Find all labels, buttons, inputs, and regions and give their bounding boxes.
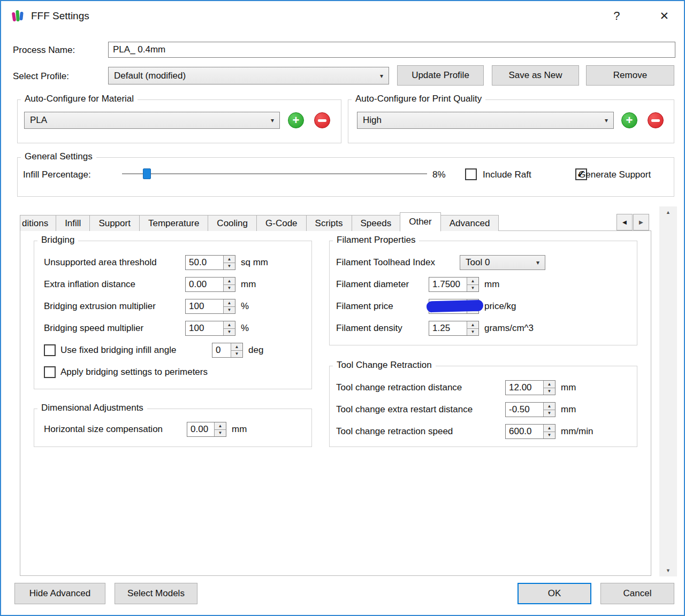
cancel-button[interactable]: Cancel <box>600 583 674 604</box>
spinner-value[interactable]: 1.7500 <box>429 278 467 291</box>
filament-diameter-spinner[interactable]: 1.7500 ▲▼ <box>429 277 479 292</box>
spinner-value[interactable]: -0.50 <box>506 403 543 417</box>
filament-toolhead-dropdown[interactable]: Tool 0 ▾ <box>460 255 545 270</box>
quality-dropdown[interactable]: High ▾ <box>357 112 614 129</box>
tab-advanced[interactable]: Advanced <box>440 215 499 231</box>
spinner-arrows[interactable]: ▲▼ <box>543 381 555 395</box>
spinner-arrows[interactable]: ▲▼ <box>231 343 242 357</box>
horizontal-size-compensation-spinner[interactable]: 0.00 ▲▼ <box>187 422 226 437</box>
dimensional-adjustments-group: Dimensional Adjustments Horizontal size … <box>34 409 312 447</box>
apply-bridging-perimeters-checkbox[interactable] <box>44 366 56 378</box>
spinner-arrows[interactable]: ▲▼ <box>467 278 478 291</box>
spinner-value[interactable]: 600.0 <box>506 425 543 438</box>
setting-row: Filament density 1.25 ▲▼ grams/cm^3 <box>336 321 637 336</box>
spinner-value[interactable]: 50.0 <box>186 256 223 270</box>
horizontal-size-compensation-label: Horizontal size compensation <box>44 424 187 435</box>
remove-button[interactable]: Remove <box>586 65 674 86</box>
spinner-value[interactable]: 100 <box>186 299 223 313</box>
fixed-bridging-angle-spinner[interactable]: 0 ▲▼ <box>212 343 243 358</box>
chevron-down-icon: ▾ <box>536 259 539 266</box>
remove-material-button[interactable] <box>314 112 330 128</box>
select-models-button[interactable]: Select Models <box>115 583 197 604</box>
tab-scroll-right-button[interactable]: ► <box>633 214 649 230</box>
filament-price-spinner[interactable]: ▲▼ <box>429 299 479 314</box>
tab-scroll-left-button[interactable]: ◄ <box>616 214 633 230</box>
spinner-value[interactable]: 12.00 <box>506 381 543 395</box>
spinner-down-icon: ▼ <box>467 328 478 336</box>
spinner-value[interactable]: 0.00 <box>186 278 223 291</box>
tab-scripts[interactable]: Scripts <box>306 215 352 231</box>
spinner-up-icon: ▲ <box>224 321 235 328</box>
tool-change-retraction-speed-spinner[interactable]: 600.0 ▲▼ <box>505 424 555 439</box>
spinner-up-icon: ▲ <box>544 403 555 410</box>
spinner-up-icon: ▲ <box>231 343 242 350</box>
spinner-down-icon: ▼ <box>544 410 555 417</box>
material-dropdown[interactable]: PLA ▾ <box>24 112 280 129</box>
filament-diameter-label: Filament diameter <box>336 279 429 290</box>
include-raft-checkbox[interactable] <box>465 168 477 180</box>
spinner-up-icon: ▲ <box>224 299 235 306</box>
save-as-new-button[interactable]: Save as New <box>492 65 579 86</box>
tool-change-extra-restart-distance-spinner[interactable]: -0.50 ▲▼ <box>505 402 555 417</box>
profile-dropdown[interactable]: Default (modified) ▾ <box>108 67 389 84</box>
infill-percentage-slider[interactable] <box>122 168 427 180</box>
spinner-arrows[interactable]: ▲▼ <box>223 299 235 313</box>
spinner-arrows[interactable]: ▲▼ <box>223 321 235 335</box>
tab-cooling[interactable]: Cooling <box>208 215 257 231</box>
unsupported-area-threshold-spinner[interactable]: 50.0 ▲▼ <box>185 255 235 270</box>
extra-inflation-distance-spinner[interactable]: 0.00 ▲▼ <box>185 277 235 292</box>
process-name-input[interactable] <box>108 42 675 58</box>
close-button[interactable]: ✕ <box>654 10 674 22</box>
bridging-speed-multiplier-spinner[interactable]: 100 ▲▼ <box>185 321 235 336</box>
spinner-arrows[interactable]: ▲▼ <box>467 321 478 335</box>
spinner-arrows[interactable]: ▲▼ <box>223 256 235 270</box>
setting-row: Extra inflation distance 0.00 ▲▼ mm <box>44 277 311 292</box>
infill-percentage-value: 8% <box>432 170 446 180</box>
tab-speeds[interactable]: Speeds <box>352 215 401 231</box>
tab-additions[interactable]: ditions <box>20 215 56 231</box>
spinner-arrows[interactable]: ▲▼ <box>214 422 226 436</box>
ok-button[interactable]: OK <box>517 583 591 604</box>
slider-track[interactable] <box>122 173 427 174</box>
vertical-scrollbar[interactable]: ▲ ▼ <box>659 206 677 576</box>
spinner-value[interactable]: 1.25 <box>429 321 467 335</box>
fixed-bridging-angle-checkbox[interactable] <box>44 344 56 356</box>
spinner-arrows[interactable]: ▲▼ <box>223 278 235 291</box>
spinner-value[interactable]: 0 <box>212 343 231 357</box>
tab-infill[interactable]: Infill <box>56 215 90 231</box>
general-settings-group: General Settings Infill Percentage: 8% I… <box>17 157 674 197</box>
infill-slider-thumb[interactable] <box>143 168 151 179</box>
spinner-arrows[interactable]: ▲▼ <box>543 403 555 417</box>
tab-temperature[interactable]: Temperature <box>139 215 208 231</box>
settings-tabbar: ditions Infill Support Temperature Cooli… <box>20 212 651 231</box>
hide-advanced-button[interactable]: Hide Advanced <box>14 583 105 604</box>
tool-change-retraction-distance-spinner[interactable]: 12.00 ▲▼ <box>505 380 555 395</box>
bridging-speed-multiplier-label: Bridging speed multiplier <box>44 323 185 334</box>
add-material-button[interactable]: + <box>288 112 304 128</box>
scroll-up-button[interactable]: ▲ <box>659 206 677 218</box>
window-title: FFF Settings <box>31 10 89 22</box>
process-name-label: Process Name: <box>13 45 75 56</box>
chevron-down-icon: ▾ <box>380 72 383 80</box>
tool-change-retraction-distance-label: Tool change retraction distance <box>336 382 505 393</box>
tab-other[interactable]: Other <box>400 212 441 232</box>
setting-unit: mm <box>561 382 576 393</box>
quality-dropdown-value: High <box>363 115 602 126</box>
setting-row: Unsupported area threshold 50.0 ▲▼ sq mm <box>44 255 311 270</box>
tab-gcode[interactable]: G-Code <box>256 215 307 231</box>
spinner-up-icon: ▲ <box>544 425 555 432</box>
spinner-arrows[interactable]: ▲▼ <box>543 425 555 438</box>
spinner-value[interactable]: 0.00 <box>187 422 214 436</box>
update-profile-button[interactable]: Update Profile <box>397 65 484 86</box>
tab-support[interactable]: Support <box>89 215 140 231</box>
add-quality-button[interactable]: + <box>621 112 637 128</box>
spinner-value[interactable]: 100 <box>186 321 223 335</box>
setting-row: Horizontal size compensation 0.00 ▲▼ mm <box>44 422 311 437</box>
filament-density-label: Filament density <box>336 323 429 334</box>
scroll-down-button[interactable]: ▼ <box>659 565 677 576</box>
help-button[interactable]: ? <box>608 9 625 23</box>
bridging-extrusion-multiplier-spinner[interactable]: 100 ▲▼ <box>185 299 235 314</box>
setting-row: Tool change retraction distance 12.00 ▲▼… <box>336 380 637 395</box>
remove-quality-button[interactable] <box>648 112 664 128</box>
filament-density-spinner[interactable]: 1.25 ▲▼ <box>429 321 479 336</box>
